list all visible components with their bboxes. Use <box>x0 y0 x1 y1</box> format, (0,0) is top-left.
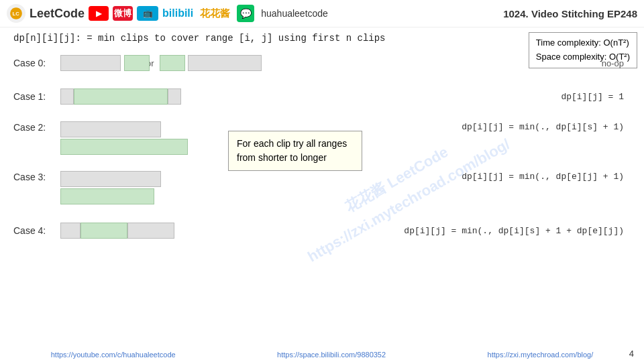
logo-area: LC LeetCode ▶ 微博 📺 bilibili 花花酱 💬 huahua… <box>7 4 328 23</box>
case-3-label: Case 3: <box>13 168 60 182</box>
bilibili-text: bilibili <box>162 7 193 19</box>
bar-gray-3-top <box>60 171 161 187</box>
footer-bilibili: https://space.bilibili.com/9880352 <box>277 351 386 359</box>
bar-green-3-bottom <box>60 188 154 204</box>
case-4-bars <box>60 221 208 241</box>
case-0-formula: no-op <box>602 58 631 68</box>
bar-gray-4c <box>127 223 174 239</box>
case-0-row: Case 0: or no-op <box>13 50 631 76</box>
case-4-label: Case 4: <box>13 225 60 236</box>
bar-gray-left-thin <box>60 88 74 105</box>
case-0-pair1 <box>60 54 141 72</box>
svg-text:LC: LC <box>13 11 20 17</box>
case-2-label: Case 2: <box>13 119 60 133</box>
case-4-formula: dp[i][j] = min(., dp[i][s] + 1 + dp[e][j… <box>404 226 631 236</box>
footer-youtube: https://youtube.com/c/huahualeetcode <box>51 351 176 359</box>
youtube-icon: ▶ <box>89 6 109 21</box>
leetcode-label: LeetCode <box>30 7 85 21</box>
footer-blog: https://zxi.mytechroad.com/blog/ <box>488 351 594 359</box>
weibo-icon: 微博 <box>113 6 133 21</box>
case-1-label: Case 1: <box>13 91 60 102</box>
tooltip-line1: For each clip try all ranges <box>237 137 354 151</box>
case-0-pair2 <box>160 54 260 72</box>
case-3-bars <box>60 168 208 207</box>
case-4-row: Case 4: dp[i][j] = min(., dp[i][s] + 1 +… <box>13 218 631 243</box>
case-2-bars <box>60 119 208 158</box>
case-1-bars <box>60 86 195 107</box>
case-0-label: Case 0: <box>13 58 60 68</box>
huahua-text: 花花酱 <box>200 7 230 20</box>
case-3-row: Case 3: dp[i][j] = min(., dp[e][j] + 1) <box>13 168 631 208</box>
header: LC LeetCode ▶ 微博 📺 bilibili 花花酱 💬 huahua… <box>0 0 644 27</box>
bar-green-2 <box>160 55 185 71</box>
dp-definition: dp[n][i][j]: = min clips to cover range … <box>13 33 631 44</box>
leetcode-icon: LC <box>7 4 25 23</box>
bar-green-main <box>74 88 168 105</box>
case-3-formula: dp[i][j] = min(., dp[e][j] + 1) <box>462 168 631 182</box>
bar-gray-right-thin <box>168 88 181 105</box>
wechat-icon: 💬 <box>237 5 254 22</box>
bar-gray-2 <box>188 55 262 71</box>
tooltip-box: For each clip try all ranges from shorte… <box>228 131 362 171</box>
case-1-formula: dp[i][j] = 1 <box>561 92 631 102</box>
huahua-leetcode-label: huahualeetcode <box>261 8 328 19</box>
bar-green-bottom <box>60 139 188 155</box>
case-0-bars: or <box>60 54 260 72</box>
tooltip-line2: from shorter to longer <box>237 151 354 165</box>
case-2-formula: dp[i][j] = min(., dp[i][s] + 1) <box>462 119 631 132</box>
case-1-row: Case 1: dp[i][j] = 1 <box>13 84 631 109</box>
bar-gray-1 <box>60 55 121 71</box>
page-title: 1024. Video Stitching EP248 <box>503 8 637 19</box>
bar-green-1 <box>124 55 150 71</box>
bilibili-tv-icon: 📺 <box>137 6 158 21</box>
bar-gray-top <box>60 121 161 137</box>
footer: https://youtube.com/c/huahualeetcode htt… <box>0 351 644 359</box>
bar-gray-4a <box>60 223 80 239</box>
page-number: 4 <box>629 349 634 359</box>
bar-green-4b <box>80 223 127 239</box>
